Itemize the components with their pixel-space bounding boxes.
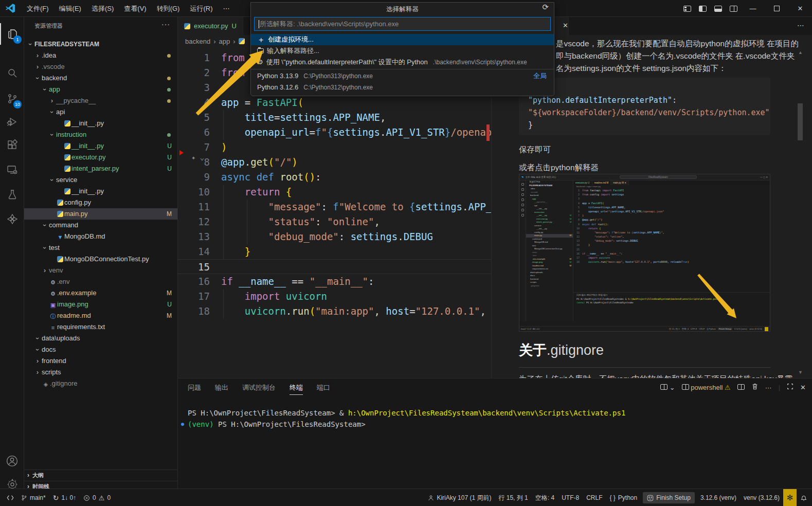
status-item-finish-setup[interactable]: Finish Setup: [643, 492, 695, 503]
quick-pick-item[interactable]: 输入解释器路径...: [251, 45, 554, 57]
tree-item--init-.py[interactable]: __init__.py: [24, 118, 178, 129]
code-line-13[interactable]: 13 "debug_mode": settings.DEBUG: [178, 229, 491, 244]
tree-item-.env[interactable]: ⚙.env: [24, 276, 178, 287]
tree-item-.gitignore[interactable]: ◈.gitignore: [24, 378, 178, 389]
tree-item-venv[interactable]: ›venv: [24, 265, 178, 276]
code-line-11[interactable]: 11 "message": f"Welcome to {settings.APP…: [178, 200, 491, 214]
tree-item-frontend[interactable]: ›frontend: [24, 355, 178, 367]
menu-item[interactable]: 文件(F): [22, 0, 54, 17]
code-line-7[interactable]: 7): [178, 140, 491, 155]
maximize-panel-icon[interactable]: [787, 383, 793, 391]
panel-tab-2[interactable]: 调试控制台: [242, 383, 276, 395]
preview-scrollbar[interactable]: [798, 103, 803, 140]
code-line-14[interactable]: 14 }: [178, 244, 491, 259]
panel-tab-3[interactable]: 终端: [290, 383, 303, 395]
code-line-12[interactable]: 12 "status": "online",: [178, 214, 491, 229]
tree-item-.idea[interactable]: ›.idea: [24, 50, 178, 61]
code-line-10[interactable]: 10 return {: [178, 185, 491, 200]
tree-item-.env.example[interactable]: ⚙.env.exampleM: [24, 287, 178, 299]
tree-item-intent-parser.py[interactable]: intent_parser.pyU: [24, 163, 178, 174]
extensions-icon[interactable]: [0, 134, 24, 156]
tree-root[interactable]: ›FILESREADSYSTEAM: [24, 39, 178, 50]
explorer-more-actions-icon[interactable]: ···: [161, 20, 170, 28]
tree-item-backend[interactable]: ›backend: [24, 73, 178, 84]
menu-item[interactable]: 编辑(E): [54, 0, 86, 17]
new-terminal-icon[interactable]: ⌄: [660, 384, 675, 391]
tree-item-api[interactable]: ›api: [24, 106, 178, 118]
status-item-1-0-[interactable]: ↻1↓ 0↑: [49, 489, 80, 506]
panel-tab-4[interactable]: 端口: [317, 383, 330, 395]
tree-item-readme.md[interactable]: ⓘreadme.mdM: [24, 310, 178, 321]
code-line-8[interactable]: 8@app.get("/"): [178, 155, 491, 170]
panel-tab-0[interactable]: 问题: [188, 383, 201, 395]
tree-item--init-.py[interactable]: __init__.py: [24, 186, 178, 197]
maximize-button[interactable]: [765, 0, 788, 17]
code-line-4[interactable]: 4app = FastAPI(: [178, 95, 491, 110]
tree-item-MongoDB.md[interactable]: ▼MongoDB.md: [24, 231, 178, 242]
tree-item-data-uploads[interactable]: ›data\uploads: [24, 333, 178, 344]
kill-terminal-icon[interactable]: [751, 383, 759, 392]
close-panel-icon[interactable]: ✕: [800, 384, 806, 391]
tree-item-test[interactable]: ›test: [24, 242, 178, 254]
tree-item--pycache-[interactable]: ›__pycache__: [24, 95, 178, 106]
tab-executor-py[interactable]: executor.py U: [178, 17, 243, 35]
copilot-sparkle-icon[interactable]: ✦ ⌄: [191, 153, 204, 161]
code-line-17[interactable]: 17 import uvicorn: [178, 289, 491, 304]
global-link[interactable]: 全局: [533, 70, 547, 82]
status-item[interactable]: [797, 489, 811, 506]
explorer-icon[interactable]: 1: [0, 23, 24, 45]
quick-pick-input[interactable]: 所选解释器: .\backend\venv\Scripts\python.exe: [254, 17, 551, 31]
tree-item-instruction[interactable]: ›instruction: [24, 129, 178, 140]
tree-item-executor.py[interactable]: executor.pyU: [24, 152, 178, 163]
tree-item-scripts[interactable]: ›scripts: [24, 367, 178, 378]
toggle-secondary-sidebar-icon[interactable]: [726, 0, 741, 17]
tree-item-main.py[interactable]: main.pyM: [24, 208, 178, 220]
tab-close-icon[interactable]: ✕: [563, 22, 568, 29]
menu-item[interactable]: ⋯: [218, 0, 234, 17]
status-item-main-[interactable]: main*: [17, 489, 49, 506]
quick-pick-item[interactable]: ＋创建虚拟环境...: [251, 34, 554, 45]
terminal-output[interactable]: ●PS H:\OwnProject\FilesReadSysteam> & h:…: [188, 407, 625, 430]
menu-item[interactable]: 运行(R): [185, 0, 218, 17]
testing-icon[interactable]: [0, 184, 24, 205]
status-item-0[interactable]: 0⚠0: [80, 489, 114, 506]
status-item--4[interactable]: 空格: 4: [532, 489, 558, 506]
status-item[interactable]: ✻: [783, 489, 797, 506]
status-item-kiriaky-107-1-[interactable]: KiriAky 107 (1 周前): [424, 489, 495, 506]
close-button[interactable]: ✕: [788, 0, 812, 17]
run-debug-icon[interactable]: [0, 111, 24, 133]
panel-more-icon[interactable]: ···: [765, 384, 772, 391]
tree-item-command[interactable]: ›command: [24, 220, 178, 231]
status-item-crlf[interactable]: CRLF: [583, 489, 606, 506]
tree-item-app[interactable]: ›app: [24, 84, 178, 95]
search-icon[interactable]: [0, 62, 24, 84]
code-line-18[interactable]: 18 uvicorn.run("main:app", host="127.0.0…: [178, 304, 491, 319]
extension-pinwheel-icon[interactable]: [0, 208, 24, 230]
timeline-section[interactable]: ›时间线: [24, 481, 178, 489]
refresh-icon[interactable]: ⟳: [542, 3, 549, 12]
quick-pick-item[interactable]: Python 3.13.9C:\Python313\python.exe全局: [251, 70, 554, 82]
status-item-utf-8[interactable]: UTF-8: [558, 489, 583, 506]
customize-layout-icon[interactable]: [679, 0, 695, 17]
tree-item-requirements.txt[interactable]: ≡requirements.txt: [24, 321, 178, 333]
quick-pick-item[interactable]: Python 3.12.6C:\Python312\python.exe: [251, 82, 554, 93]
tree-item-config.py[interactable]: config.py: [24, 197, 178, 208]
tree-item-image.png[interactable]: ▣image.pngU: [24, 299, 178, 310]
remote-explorer-icon[interactable]: [0, 159, 24, 180]
editor-actions-icon[interactable]: ⋯: [797, 21, 805, 29]
code-line-16[interactable]: 16if __name__ == "__main__":: [178, 274, 491, 289]
status-item-3-12-6-venv-[interactable]: 3.12.6 (venv): [697, 489, 740, 506]
source-control-icon[interactable]: 10: [0, 88, 24, 110]
status-item-venv-3-12-6-[interactable]: venv (3.12.6): [740, 489, 783, 506]
tree-item-MongoDBConnectionTest.py[interactable]: MongoDBConnectionTest.py: [24, 254, 178, 265]
status-item-python[interactable]: { }Python: [606, 489, 641, 506]
quick-pick-item[interactable]: ⚙使用 \"python.defaultInterpreterPath\" 设置…: [251, 57, 554, 68]
tree-item-.vscode[interactable]: ›.vscode: [24, 61, 178, 73]
menu-item[interactable]: 转到(G): [152, 0, 185, 17]
scroll-down-icon[interactable]: ▼: [798, 370, 803, 375]
code-line-6[interactable]: 6 openapi_url=f"{settings.API_V1_STR}/op…: [178, 125, 491, 140]
menu-item[interactable]: 查看(V): [119, 0, 151, 17]
terminal-shell-item[interactable]: powershell ⚠: [682, 384, 731, 391]
split-terminal-icon[interactable]: [737, 384, 745, 391]
outline-section[interactable]: ›大纲: [24, 469, 178, 481]
